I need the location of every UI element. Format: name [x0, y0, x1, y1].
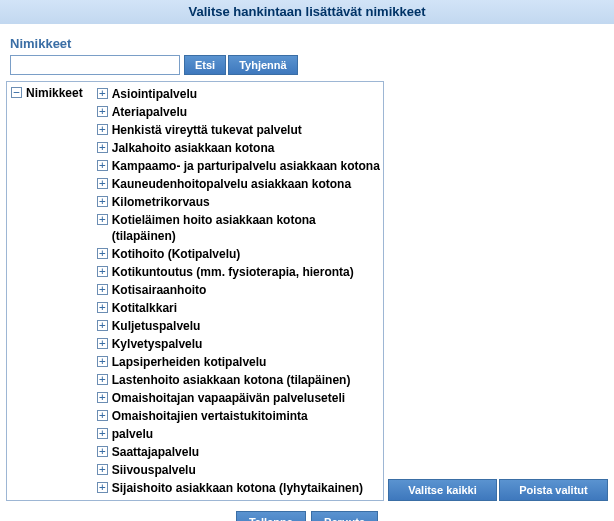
tree-item[interactable]: +Kylvetyspalvelu: [97, 335, 381, 353]
tree-item-label[interactable]: Saattajapalvelu: [112, 444, 199, 460]
tree-item[interactable]: +Lastenhoito asiakkaan kotona (tilapäine…: [97, 371, 381, 389]
tree-item[interactable]: +Saattajapalvelu: [97, 443, 381, 461]
tree-item-label[interactable]: Omaishoitajan vapaapäivän palveluseteli: [112, 390, 345, 406]
expand-icon[interactable]: +: [97, 178, 108, 189]
tree-item-label[interactable]: Kauneudenhoitopalvelu asiakkaan kotona: [112, 176, 351, 192]
search-button[interactable]: Etsi: [184, 55, 226, 75]
tree-item-label[interactable]: Kotitalkkari: [112, 300, 177, 316]
tree-item[interactable]: +Kotikuntoutus (mm. fysioterapia, hieron…: [97, 263, 381, 281]
expand-icon[interactable]: +: [97, 196, 108, 207]
tree-pane[interactable]: −Nimikkeet+Asiointipalvelu+Ateriapalvelu…: [6, 81, 384, 501]
expand-icon[interactable]: +: [97, 248, 108, 259]
right-pane: Valitse kaikki Poista valitut: [388, 81, 608, 501]
tree-item-label[interactable]: Asiointipalvelu: [112, 86, 197, 102]
expand-icon[interactable]: +: [97, 142, 108, 153]
tree-item[interactable]: +Kotisairaanhoito: [97, 281, 381, 299]
expand-icon[interactable]: +: [97, 266, 108, 277]
tree-item-label[interactable]: Siivouspalvelu: [112, 462, 196, 478]
tree-item-label[interactable]: Jalkahoito asiakkaan kotona: [112, 140, 275, 156]
expand-icon[interactable]: +: [97, 88, 108, 99]
expand-icon[interactable]: +: [97, 482, 108, 493]
tree-item-label[interactable]: Kilometrikorvaus: [112, 194, 210, 210]
expand-icon[interactable]: +: [97, 338, 108, 349]
expand-icon[interactable]: +: [97, 284, 108, 295]
tree-root-label[interactable]: Nimikkeet: [26, 85, 83, 101]
tree-item-label[interactable]: Kylvetyspalvelu: [112, 336, 203, 352]
tree-item[interactable]: +Sijaishoito asiakkaan kotona (lyhytaika…: [97, 479, 381, 497]
search-input[interactable]: [10, 55, 180, 75]
tree-item[interactable]: +Lapsiperheiden kotipalvelu: [97, 353, 381, 371]
tree-item-label[interactable]: Kotikuntoutus (mm. fysioterapia, hieront…: [112, 264, 354, 280]
expand-icon[interactable]: +: [97, 392, 108, 403]
expand-icon[interactable]: +: [97, 428, 108, 439]
tree-item-label[interactable]: Kuljetuspalvelu: [112, 318, 201, 334]
select-all-button[interactable]: Valitse kaikki: [388, 479, 497, 501]
tree-item[interactable]: +Sijaishoito omaishoitajan lakisääteisen…: [97, 497, 381, 501]
section-label: Nimikkeet: [0, 24, 614, 55]
tree-item-label[interactable]: palvelu: [112, 426, 153, 442]
tree-item-label[interactable]: Kotisairaanhoito: [112, 282, 207, 298]
expand-icon[interactable]: +: [97, 356, 108, 367]
tree-item[interactable]: +Asiointipalvelu: [97, 85, 381, 103]
expand-icon[interactable]: +: [97, 302, 108, 313]
tree-item[interactable]: +Ateriapalvelu: [97, 103, 381, 121]
tree-item-label[interactable]: Ateriapalvelu: [112, 104, 187, 120]
tree-item-label[interactable]: Kotieläimen hoito asiakkaan kotona (tila…: [112, 212, 381, 244]
tree-item-label[interactable]: Omaishoitajien vertaistukitoiminta: [112, 408, 308, 424]
clear-button[interactable]: Tyhjennä: [228, 55, 297, 75]
expand-icon[interactable]: +: [97, 446, 108, 457]
tree-item-label[interactable]: Sijaishoito omaishoitajan lakisääteisen …: [112, 498, 381, 501]
tree-item[interactable]: +palvelu: [97, 425, 381, 443]
tree-item-label[interactable]: Kampaamo- ja parturipalvelu asiakkaan ko…: [112, 158, 380, 174]
expand-icon[interactable]: +: [97, 500, 108, 501]
expand-icon[interactable]: +: [97, 124, 108, 135]
expand-icon[interactable]: +: [97, 410, 108, 421]
remove-selected-button[interactable]: Poista valitut: [499, 479, 608, 501]
tree-item-label[interactable]: Lastenhoito asiakkaan kotona (tilapäinen…: [112, 372, 351, 388]
tree-item[interactable]: +Kampaamo- ja parturipalvelu asiakkaan k…: [97, 157, 381, 175]
tree-item-label[interactable]: Lapsiperheiden kotipalvelu: [112, 354, 267, 370]
expand-icon[interactable]: +: [97, 374, 108, 385]
tree-item[interactable]: +Omaishoitajan vapaapäivän palveluseteli: [97, 389, 381, 407]
tree-item-label[interactable]: Henkistä vireyttä tukevat palvelut: [112, 122, 302, 138]
tree-item-label[interactable]: Sijaishoito asiakkaan kotona (lyhytaikai…: [112, 480, 363, 496]
tree-item[interactable]: +Kotihoito (Kotipalvelu): [97, 245, 381, 263]
tree-item[interactable]: +Omaishoitajien vertaistukitoiminta: [97, 407, 381, 425]
tree-item[interactable]: +Siivouspalvelu: [97, 461, 381, 479]
tree-item[interactable]: +Kuljetuspalvelu: [97, 317, 381, 335]
expand-icon[interactable]: +: [97, 160, 108, 171]
tree-item[interactable]: +Kilometrikorvaus: [97, 193, 381, 211]
tree-item[interactable]: +Jalkahoito asiakkaan kotona: [97, 139, 381, 157]
collapse-icon[interactable]: −: [11, 87, 22, 98]
expand-icon[interactable]: +: [97, 106, 108, 117]
tree-item[interactable]: +Kauneudenhoitopalvelu asiakkaan kotona: [97, 175, 381, 193]
expand-icon[interactable]: +: [97, 320, 108, 331]
tree-item[interactable]: +Kotitalkkari: [97, 299, 381, 317]
save-button[interactable]: Tallenna: [236, 511, 306, 521]
tree-item[interactable]: +Kotieläimen hoito asiakkaan kotona (til…: [97, 211, 381, 245]
dialog-title: Valitse hankintaan lisättävät nimikkeet: [0, 0, 614, 24]
tree-item[interactable]: +Henkistä vireyttä tukevat palvelut: [97, 121, 381, 139]
expand-icon[interactable]: +: [97, 214, 108, 225]
tree-item-label[interactable]: Kotihoito (Kotipalvelu): [112, 246, 241, 262]
cancel-button[interactable]: Peruuta: [311, 511, 378, 521]
expand-icon[interactable]: +: [97, 464, 108, 475]
